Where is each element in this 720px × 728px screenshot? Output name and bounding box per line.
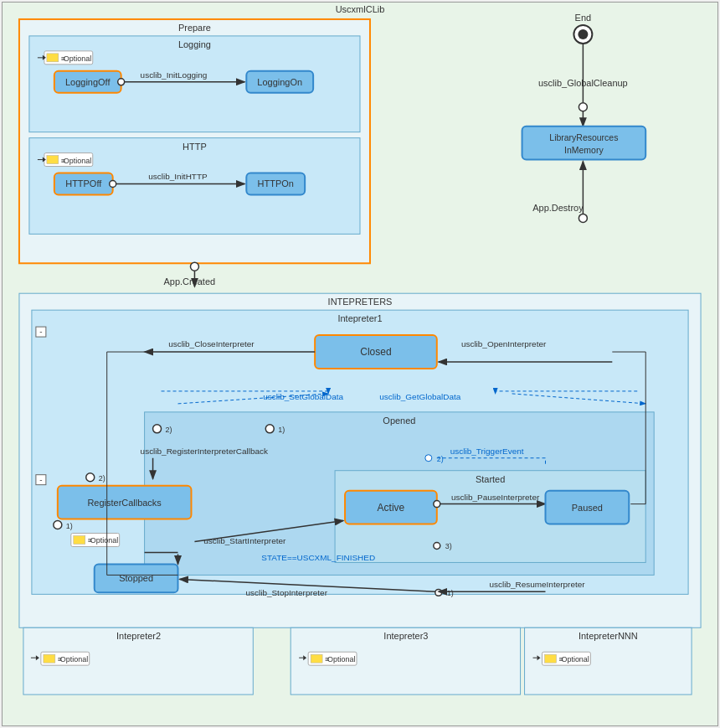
svg-text:Prepare: Prepare: [178, 23, 211, 33]
svg-text:-: -: [306, 636, 309, 645]
svg-rect-60: [145, 412, 655, 576]
svg-marker-9: [43, 55, 46, 60]
svg-text:Optional: Optional: [60, 655, 88, 663]
svg-text:RegisterCallbacks: RegisterCallbacks: [87, 498, 162, 508]
svg-marker-117: [36, 655, 39, 660]
svg-text:LibraryResources: LibraryResources: [549, 133, 618, 142]
svg-text:≡: ≡: [61, 157, 65, 165]
svg-rect-15: [246, 71, 313, 93]
svg-text:1): 1): [278, 426, 285, 434]
svg-text:HTTPOn: HTTPOn: [258, 178, 294, 188]
svg-text:2): 2): [166, 426, 172, 434]
svg-text:Closed: Closed: [360, 346, 391, 358]
svg-text:usclib_StartInterpreter: usclib_StartInterpreter: [203, 537, 286, 546]
svg-text:≡: ≡: [88, 537, 92, 545]
svg-rect-4: [44, 51, 93, 65]
svg-rect-0: [19, 19, 370, 263]
svg-rect-5: [47, 54, 59, 62]
svg-rect-84: [345, 491, 437, 524]
svg-text:-: -: [39, 636, 42, 645]
svg-text:≡: ≡: [61, 54, 65, 63]
svg-point-91: [434, 543, 440, 550]
svg-point-37: [578, 29, 588, 39]
svg-text:usclib_CloseInterpreter: usclib_CloseInterpreter: [168, 339, 255, 349]
svg-text:usclib_InitLogging: usclib_InitLogging: [141, 70, 208, 80]
svg-text:HTTPOff: HTTPOff: [65, 178, 102, 188]
main-container: UscxmlCLib Prepare Logging ≡ Optional Lo…: [2, 2, 718, 726]
svg-point-46: [579, 214, 587, 222]
svg-marker-133: [537, 655, 541, 660]
svg-text:-: -: [39, 475, 42, 484]
svg-text:Intepreter3: Intepreter3: [383, 631, 428, 641]
svg-rect-50: [32, 310, 688, 594]
svg-text:LoggingOn: LoggingOn: [257, 77, 302, 87]
svg-text:Optional: Optional: [64, 54, 91, 63]
svg-text:-: -: [39, 327, 42, 336]
svg-text:2): 2): [437, 455, 444, 463]
svg-rect-110: [303, 636, 313, 646]
svg-text:≡: ≡: [325, 655, 329, 663]
svg-point-36: [573, 25, 592, 44]
svg-text:Intepreter2: Intepreter2: [116, 631, 161, 641]
svg-text:usclib_ResumeInterpreter: usclib_ResumeInterpreter: [489, 580, 585, 589]
svg-text:2): 2): [99, 474, 105, 483]
svg-text:usclib_OpenInterpreter: usclib_OpenInterpreter: [461, 339, 547, 349]
svg-rect-108: [36, 636, 46, 646]
svg-text:usclib_GetGlobalData: usclib_GetGlobalData: [379, 392, 460, 401]
svg-rect-127: [311, 654, 322, 663]
svg-text:≡: ≡: [558, 655, 563, 663]
svg-text:Logging: Logging: [178, 39, 211, 49]
svg-rect-2: [29, 36, 360, 132]
svg-rect-10: [54, 71, 121, 93]
svg-rect-76: [74, 536, 85, 545]
svg-text:Optional: Optional: [64, 157, 91, 165]
svg-rect-82: [335, 471, 645, 563]
svg-text:LoggingOff: LoggingOff: [65, 77, 111, 87]
svg-rect-122: [291, 627, 520, 694]
svg-text:Stopped: Stopped: [119, 573, 153, 583]
svg-rect-42: [522, 126, 646, 160]
main-title: UscxmlCLib: [3, 3, 717, 16]
svg-text:Optional: Optional: [90, 537, 118, 545]
svg-text:usclib_TriggerEvent: usclib_TriggerEvent: [450, 447, 524, 456]
svg-text:1): 1): [447, 589, 454, 597]
svg-rect-17: [29, 138, 360, 235]
svg-point-29: [110, 181, 116, 188]
svg-rect-62: [36, 475, 46, 485]
svg-text:STATE==USCXML_FINISHED: STATE==USCXML_FINISHED: [261, 553, 375, 562]
svg-marker-24: [43, 157, 46, 163]
svg-text:Optional: Optional: [561, 655, 589, 663]
svg-text:IntepreterNNN: IntepreterNNN: [579, 631, 638, 641]
svg-text:Active: Active: [378, 502, 405, 514]
svg-text:usclib_InitHTTP: usclib_InitHTTP: [148, 173, 208, 182]
svg-rect-19: [44, 153, 93, 167]
svg-rect-112: [533, 636, 543, 646]
svg-point-40: [579, 103, 587, 111]
svg-point-73: [54, 521, 62, 529]
svg-point-66: [265, 425, 274, 433]
svg-text:Intepreter1: Intepreter1: [337, 313, 382, 323]
svg-rect-126: [308, 652, 357, 665]
svg-rect-118: [41, 652, 90, 665]
svg-point-64: [153, 425, 162, 433]
svg-text:Started: Started: [476, 474, 505, 484]
svg-rect-89: [545, 491, 629, 524]
svg-text:-: -: [537, 636, 539, 645]
svg-rect-75: [71, 534, 120, 547]
svg-rect-20: [47, 156, 59, 164]
svg-marker-125: [303, 655, 306, 660]
svg-text:usclib_RegisterInterpreterCall: usclib_RegisterInterpreterCallback: [141, 447, 268, 456]
svg-text:App.Created: App.Created: [164, 276, 216, 287]
svg-rect-106: [36, 327, 46, 337]
svg-text:App.Destroy: App.Destroy: [532, 203, 584, 213]
svg-rect-130: [525, 627, 692, 694]
svg-line-101: [179, 579, 436, 591]
svg-point-14: [118, 79, 125, 85]
svg-text:INTEPRETERS: INTEPRETERS: [328, 297, 393, 307]
svg-rect-114: [23, 627, 253, 694]
svg-text:InMemory: InMemory: [564, 146, 604, 155]
svg-rect-134: [542, 652, 590, 665]
svg-text:usclib_PauseInterpreter: usclib_PauseInterpreter: [451, 493, 540, 502]
svg-point-80: [425, 455, 432, 462]
svg-line-94: [194, 521, 343, 542]
